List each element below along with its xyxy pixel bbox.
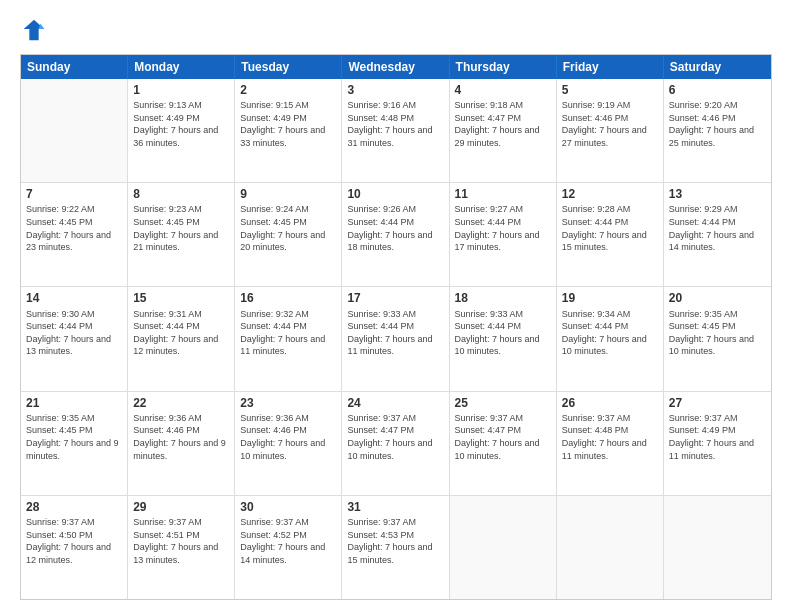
calendar: SundayMondayTuesdayWednesdayThursdayFrid… [20,54,772,600]
day-number: 9 [240,186,336,202]
cal-cell-3: 3Sunrise: 9:16 AM Sunset: 4:48 PM Daylig… [342,79,449,182]
cal-cell-21: 21Sunrise: 9:35 AM Sunset: 4:45 PM Dayli… [21,392,128,495]
cal-cell-14: 14Sunrise: 9:30 AM Sunset: 4:44 PM Dayli… [21,287,128,390]
cell-info: Sunrise: 9:36 AM Sunset: 4:46 PM Dayligh… [240,412,336,462]
day-number: 14 [26,290,122,306]
cell-info: Sunrise: 9:31 AM Sunset: 4:44 PM Dayligh… [133,308,229,358]
cal-cell-19: 19Sunrise: 9:34 AM Sunset: 4:44 PM Dayli… [557,287,664,390]
day-number: 27 [669,395,766,411]
calendar-header: SundayMondayTuesdayWednesdayThursdayFrid… [21,55,771,79]
calendar-body: 1Sunrise: 9:13 AM Sunset: 4:49 PM Daylig… [21,79,771,599]
day-number: 21 [26,395,122,411]
cell-info: Sunrise: 9:19 AM Sunset: 4:46 PM Dayligh… [562,99,658,149]
cal-cell-20: 20Sunrise: 9:35 AM Sunset: 4:45 PM Dayli… [664,287,771,390]
cell-info: Sunrise: 9:37 AM Sunset: 4:51 PM Dayligh… [133,516,229,566]
cell-info: Sunrise: 9:30 AM Sunset: 4:44 PM Dayligh… [26,308,122,358]
cal-cell-22: 22Sunrise: 9:36 AM Sunset: 4:46 PM Dayli… [128,392,235,495]
cell-info: Sunrise: 9:18 AM Sunset: 4:47 PM Dayligh… [455,99,551,149]
cell-info: Sunrise: 9:32 AM Sunset: 4:44 PM Dayligh… [240,308,336,358]
cell-info: Sunrise: 9:35 AM Sunset: 4:45 PM Dayligh… [26,412,122,462]
cal-cell-16: 16Sunrise: 9:32 AM Sunset: 4:44 PM Dayli… [235,287,342,390]
cal-cell-28: 28Sunrise: 9:37 AM Sunset: 4:50 PM Dayli… [21,496,128,599]
logo [20,16,52,44]
cal-cell-1: 1Sunrise: 9:13 AM Sunset: 4:49 PM Daylig… [128,79,235,182]
calendar-row-3: 21Sunrise: 9:35 AM Sunset: 4:45 PM Dayli… [21,391,771,495]
cal-cell-31: 31Sunrise: 9:37 AM Sunset: 4:53 PM Dayli… [342,496,449,599]
header-day-saturday: Saturday [664,55,771,79]
cal-cell-25: 25Sunrise: 9:37 AM Sunset: 4:47 PM Dayli… [450,392,557,495]
cal-cell-8: 8Sunrise: 9:23 AM Sunset: 4:45 PM Daylig… [128,183,235,286]
cal-cell-empty-4-4 [450,496,557,599]
cell-info: Sunrise: 9:36 AM Sunset: 4:46 PM Dayligh… [133,412,229,462]
cal-cell-6: 6Sunrise: 9:20 AM Sunset: 4:46 PM Daylig… [664,79,771,182]
cell-info: Sunrise: 9:37 AM Sunset: 4:47 PM Dayligh… [455,412,551,462]
cal-cell-2: 2Sunrise: 9:15 AM Sunset: 4:49 PM Daylig… [235,79,342,182]
cal-cell-12: 12Sunrise: 9:28 AM Sunset: 4:44 PM Dayli… [557,183,664,286]
day-number: 3 [347,82,443,98]
day-number: 2 [240,82,336,98]
cal-cell-26: 26Sunrise: 9:37 AM Sunset: 4:48 PM Dayli… [557,392,664,495]
svg-marker-0 [24,20,45,41]
cell-info: Sunrise: 9:37 AM Sunset: 4:47 PM Dayligh… [347,412,443,462]
day-number: 24 [347,395,443,411]
cal-cell-29: 29Sunrise: 9:37 AM Sunset: 4:51 PM Dayli… [128,496,235,599]
cell-info: Sunrise: 9:37 AM Sunset: 4:49 PM Dayligh… [669,412,766,462]
day-number: 13 [669,186,766,202]
calendar-row-1: 7Sunrise: 9:22 AM Sunset: 4:45 PM Daylig… [21,182,771,286]
day-number: 25 [455,395,551,411]
cell-info: Sunrise: 9:33 AM Sunset: 4:44 PM Dayligh… [455,308,551,358]
cal-cell-9: 9Sunrise: 9:24 AM Sunset: 4:45 PM Daylig… [235,183,342,286]
calendar-row-2: 14Sunrise: 9:30 AM Sunset: 4:44 PM Dayli… [21,286,771,390]
cell-info: Sunrise: 9:34 AM Sunset: 4:44 PM Dayligh… [562,308,658,358]
day-number: 6 [669,82,766,98]
cal-cell-4: 4Sunrise: 9:18 AM Sunset: 4:47 PM Daylig… [450,79,557,182]
day-number: 10 [347,186,443,202]
day-number: 18 [455,290,551,306]
cal-cell-18: 18Sunrise: 9:33 AM Sunset: 4:44 PM Dayli… [450,287,557,390]
cal-cell-13: 13Sunrise: 9:29 AM Sunset: 4:44 PM Dayli… [664,183,771,286]
cal-cell-17: 17Sunrise: 9:33 AM Sunset: 4:44 PM Dayli… [342,287,449,390]
calendar-row-4: 28Sunrise: 9:37 AM Sunset: 4:50 PM Dayli… [21,495,771,599]
cal-cell-empty-0-0 [21,79,128,182]
header-day-thursday: Thursday [450,55,557,79]
day-number: 23 [240,395,336,411]
day-number: 29 [133,499,229,515]
cal-cell-10: 10Sunrise: 9:26 AM Sunset: 4:44 PM Dayli… [342,183,449,286]
cal-cell-empty-4-5 [557,496,664,599]
day-number: 30 [240,499,336,515]
cell-info: Sunrise: 9:37 AM Sunset: 4:50 PM Dayligh… [26,516,122,566]
cell-info: Sunrise: 9:22 AM Sunset: 4:45 PM Dayligh… [26,203,122,253]
cell-info: Sunrise: 9:23 AM Sunset: 4:45 PM Dayligh… [133,203,229,253]
header-day-sunday: Sunday [21,55,128,79]
page: SundayMondayTuesdayWednesdayThursdayFrid… [0,0,792,612]
cal-cell-empty-4-6 [664,496,771,599]
cal-cell-27: 27Sunrise: 9:37 AM Sunset: 4:49 PM Dayli… [664,392,771,495]
day-number: 12 [562,186,658,202]
day-number: 28 [26,499,122,515]
cell-info: Sunrise: 9:16 AM Sunset: 4:48 PM Dayligh… [347,99,443,149]
day-number: 19 [562,290,658,306]
day-number: 26 [562,395,658,411]
day-number: 4 [455,82,551,98]
cal-cell-7: 7Sunrise: 9:22 AM Sunset: 4:45 PM Daylig… [21,183,128,286]
day-number: 22 [133,395,229,411]
cal-cell-23: 23Sunrise: 9:36 AM Sunset: 4:46 PM Dayli… [235,392,342,495]
cal-cell-24: 24Sunrise: 9:37 AM Sunset: 4:47 PM Dayli… [342,392,449,495]
cell-info: Sunrise: 9:37 AM Sunset: 4:52 PM Dayligh… [240,516,336,566]
day-number: 1 [133,82,229,98]
day-number: 20 [669,290,766,306]
cell-info: Sunrise: 9:27 AM Sunset: 4:44 PM Dayligh… [455,203,551,253]
cell-info: Sunrise: 9:28 AM Sunset: 4:44 PM Dayligh… [562,203,658,253]
day-number: 8 [133,186,229,202]
day-number: 5 [562,82,658,98]
header-day-tuesday: Tuesday [235,55,342,79]
header-day-monday: Monday [128,55,235,79]
cell-info: Sunrise: 9:20 AM Sunset: 4:46 PM Dayligh… [669,99,766,149]
calendar-row-0: 1Sunrise: 9:13 AM Sunset: 4:49 PM Daylig… [21,79,771,182]
day-number: 15 [133,290,229,306]
day-number: 31 [347,499,443,515]
cell-info: Sunrise: 9:35 AM Sunset: 4:45 PM Dayligh… [669,308,766,358]
cal-cell-30: 30Sunrise: 9:37 AM Sunset: 4:52 PM Dayli… [235,496,342,599]
cell-info: Sunrise: 9:13 AM Sunset: 4:49 PM Dayligh… [133,99,229,149]
cal-cell-15: 15Sunrise: 9:31 AM Sunset: 4:44 PM Dayli… [128,287,235,390]
